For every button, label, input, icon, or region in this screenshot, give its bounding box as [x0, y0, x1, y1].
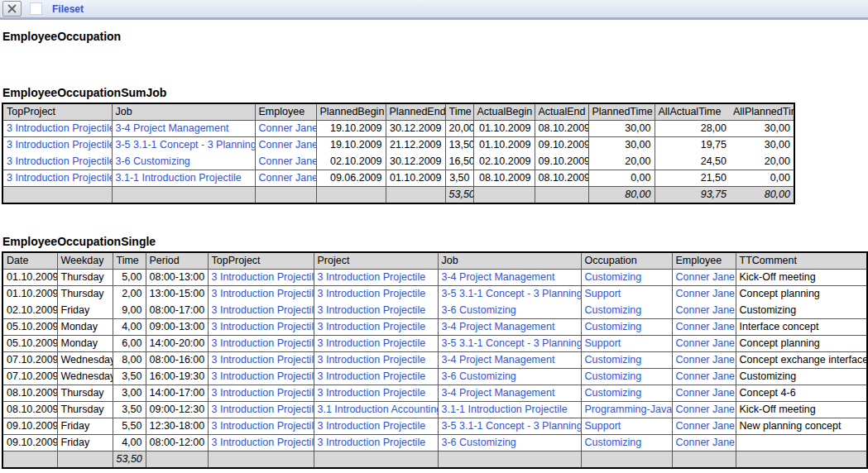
- cell: 08:00-12:00: [146, 435, 208, 452]
- cell-link[interactable]: 3 Introduction Projectile: [208, 336, 314, 352]
- cell-link[interactable]: 3-4 Project Management: [438, 319, 581, 336]
- cell-link[interactable]: Conner Jane: [672, 402, 736, 418]
- cell-link[interactable]: 3 Introduction Projectile: [208, 270, 314, 286]
- cell-link[interactable]: Conner Jane: [672, 319, 736, 336]
- cell: 16,50: [445, 154, 473, 170]
- cell: [146, 452, 208, 469]
- column-header: Job: [112, 103, 255, 121]
- cell-link[interactable]: 3-5 3.1-1 Concept - 3 Planning: [112, 137, 255, 154]
- column-header: Time: [113, 252, 146, 270]
- cell: [57, 452, 113, 469]
- cell-link[interactable]: Conner Jane: [672, 336, 736, 352]
- cell-link[interactable]: 3-4 Project Management: [438, 270, 581, 286]
- cell-link[interactable]: Conner Jane: [672, 286, 736, 303]
- toolbar: Fileset: [0, 0, 868, 20]
- cell: 53,50: [113, 452, 146, 469]
- cell: 16:00-19:30: [146, 369, 208, 385]
- table-row: 08.10.2009Thursday3,5009:00-12:303 Intro…: [2, 402, 867, 418]
- column-header: TopProject: [2, 103, 112, 121]
- cell-link[interactable]: Conner Jane: [672, 352, 736, 369]
- cell-link[interactable]: Conner Jane: [672, 303, 736, 319]
- cell-link[interactable]: 3-4 Project Management: [438, 385, 581, 402]
- cell-link[interactable]: Conner Jane: [672, 418, 736, 435]
- cell: 02.10.2009: [2, 303, 57, 319]
- cell-link[interactable]: Conner Jane: [672, 369, 736, 385]
- document-icon[interactable]: [30, 2, 42, 15]
- table-row: 01.10.2009Thursday2,0013:00-15:003 Intro…: [2, 286, 867, 303]
- cell-link[interactable]: 3-4 Project Management: [438, 352, 581, 369]
- table-row: 05.10.2009Monday6,0014:00-20:003 Introdu…: [2, 336, 867, 352]
- cell-link[interactable]: Conner Jane: [255, 137, 316, 154]
- cell: Kick-Off meeting: [736, 270, 867, 286]
- cell-link[interactable]: 3 Introduction Projectile: [314, 385, 438, 402]
- cell-link[interactable]: 3 Introduction Projectile: [314, 319, 438, 336]
- cell-link[interactable]: Customizing: [581, 385, 672, 402]
- cell: 5,00: [113, 270, 146, 286]
- cell-link[interactable]: 3.1 Introduction Accounting: [314, 402, 438, 418]
- cell-link[interactable]: 3 Introduction Projectile: [314, 303, 438, 319]
- close-button[interactable]: [2, 1, 22, 17]
- cell: 3,50: [113, 402, 146, 418]
- cell-link[interactable]: Customizing: [581, 369, 672, 385]
- cell-link[interactable]: 3-5 3.1-1 Concept - 3 Planning: [438, 336, 581, 352]
- cell-link[interactable]: 3 Introduction Projectile: [208, 319, 314, 336]
- fileset-tab-label[interactable]: Fileset: [52, 3, 84, 15]
- cell-link[interactable]: Customizing: [581, 352, 672, 369]
- cell: 0,00: [730, 170, 794, 187]
- cell-link[interactable]: 3 Introduction Projectile: [314, 286, 438, 303]
- cell-link[interactable]: 3-6 Customizing: [112, 154, 255, 170]
- table-row: 05.10.2009Monday4,0009:00-13:003 Introdu…: [2, 319, 867, 336]
- cell-link[interactable]: 3 Introduction Projectile: [2, 170, 112, 187]
- cell: 13:00-15:00: [146, 286, 208, 303]
- cell-link[interactable]: 3 Introduction Projectile: [314, 352, 438, 369]
- cell-link[interactable]: 3-6 Customizing: [438, 303, 581, 319]
- cell-link[interactable]: Customizing: [581, 435, 672, 452]
- cell: Wednesday: [57, 352, 113, 369]
- cell-link[interactable]: 3-6 Customizing: [438, 369, 581, 385]
- cell: 30,00: [588, 121, 655, 137]
- cell-link[interactable]: 3-6 Customizing: [438, 435, 581, 452]
- cell-link[interactable]: Support: [581, 286, 672, 303]
- cell-link[interactable]: Conner Jane: [255, 121, 316, 137]
- cell-link[interactable]: Support: [581, 418, 672, 435]
- cell-link[interactable]: 3 Introduction Projectile: [208, 303, 314, 319]
- cell-link[interactable]: 3 Introduction Projectile: [2, 121, 112, 137]
- cell-link[interactable]: Conner Jane: [255, 170, 316, 187]
- cell-link[interactable]: 3-4 Project Management: [112, 121, 255, 137]
- cell: 30,00: [730, 121, 794, 137]
- column-header: Employee: [255, 103, 316, 121]
- cell: 12:30-18:00: [146, 418, 208, 435]
- cell-link[interactable]: 3 Introduction Projectile: [2, 137, 112, 154]
- cell-link[interactable]: 3-5 3.1-1 Concept - 3 Planning: [438, 418, 581, 435]
- cell-link[interactable]: 3 Introduction Projectile: [314, 336, 438, 352]
- cell-link[interactable]: 3.1-1 Introduction Projectile: [438, 402, 581, 418]
- cell-link[interactable]: Customizing: [581, 270, 672, 286]
- cell-link[interactable]: 3 Introduction Projectile: [314, 418, 438, 435]
- cell-link[interactable]: 3 Introduction Projectile: [208, 435, 314, 452]
- cell-link[interactable]: 3 Introduction Projectile: [208, 418, 314, 435]
- cell-link[interactable]: 3 Introduction Projectile: [208, 385, 314, 402]
- cell-link[interactable]: Conner Jane: [672, 270, 736, 286]
- cell-link[interactable]: Customizing: [581, 319, 672, 336]
- cell-link[interactable]: 3 Introduction Projectile: [314, 369, 438, 385]
- cell-link[interactable]: Programming-Java: [581, 402, 672, 418]
- cell: 30.12.2009: [386, 154, 445, 170]
- cell: 3,50: [445, 170, 473, 187]
- cell-link[interactable]: Support: [581, 336, 672, 352]
- cell-link[interactable]: Conner Jane: [672, 385, 736, 402]
- cell-link[interactable]: 3 Introduction Projectile: [208, 402, 314, 418]
- cell-link[interactable]: Conner Jane: [255, 154, 316, 170]
- header-row: TopProject Job Employee PlannedBegin Pla…: [2, 103, 794, 121]
- cell-link[interactable]: 3 Introduction Projectile: [314, 435, 438, 452]
- cell-link[interactable]: Customizing: [581, 303, 672, 319]
- cell-link[interactable]: 3 Introduction Projectile: [314, 270, 438, 286]
- cell-link[interactable]: 3-5 3.1-1 Concept - 3 Planning: [438, 286, 581, 303]
- cell-link[interactable]: Conner Jane: [672, 435, 736, 452]
- cell-link[interactable]: 3 Introduction Projectile: [208, 369, 314, 385]
- cell-link[interactable]: 3.1-1 Introduction Projectile: [112, 170, 255, 187]
- cell-link[interactable]: 3 Introduction Projectile: [208, 286, 314, 303]
- cell-link[interactable]: 3 Introduction Projectile: [208, 352, 314, 369]
- cell: [581, 452, 672, 469]
- cell: Thursday: [57, 270, 113, 286]
- cell-link[interactable]: 3 Introduction Projectile: [2, 154, 112, 170]
